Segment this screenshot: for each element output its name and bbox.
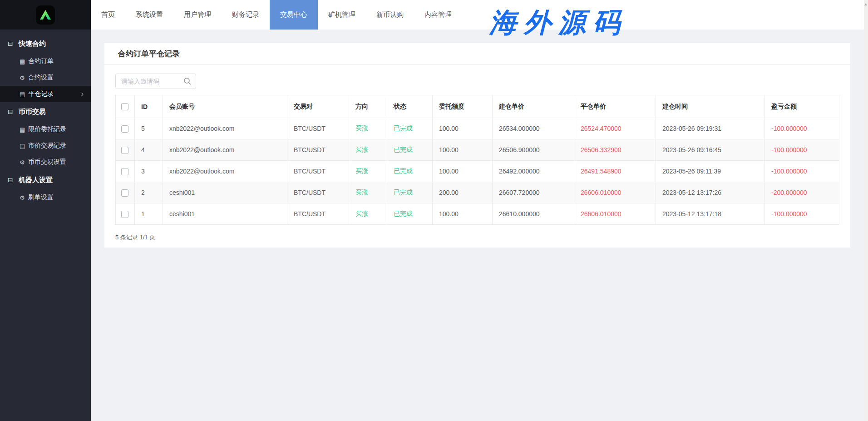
page-scrollbar[interactable] (864, 0, 868, 421)
table-row: 2 ceshi001 BTC/USDT 买涨 已完成 200.00 26607.… (116, 182, 839, 203)
nav-tab-label: 首页 (101, 10, 115, 19)
cell-id: 2 (135, 182, 163, 203)
sidebar-item-label: 合约设置 (28, 74, 54, 82)
card-body: ID会员账号交易对方向状态委托额度建仓单价平仓单价建仓时间盈亏金额 5 xnb2… (104, 74, 850, 242)
column-header: 建仓时间 (656, 95, 765, 118)
sidebar-section-coin-trade[interactable]: ⊟ 币币交易 (0, 102, 91, 121)
column-header: 方向 (349, 95, 387, 118)
sidebar-item-contract-orders[interactable]: ▤ 合约订单 › (0, 53, 91, 69)
cell-profit-loss: -100.000000 (765, 161, 839, 182)
header-checkbox-cell (116, 95, 135, 118)
nav-tab-label: 矿机管理 (328, 10, 355, 19)
collapse-icon: ⊟ (8, 40, 15, 47)
cell-id: 3 (135, 161, 163, 182)
app-logo (36, 5, 55, 25)
row-checkbox[interactable] (121, 125, 128, 133)
sidebar-item-brush-order-settings[interactable]: ⚙ 刷单设置 › (0, 189, 91, 206)
tab-user-management[interactable]: 用户管理 (173, 0, 222, 30)
cell-member-account: xnb2022@outlook.com (163, 118, 287, 139)
tab-finance-records[interactable]: 财务记录 (222, 0, 270, 30)
cell-trade-pair: BTC/USDT (287, 161, 349, 182)
tab-miner-management[interactable]: 矿机管理 (318, 0, 366, 30)
column-header: 建仓单价 (493, 95, 574, 118)
sidebar-item-icon: ⚙ (20, 159, 25, 166)
cell-open-price: 26534.000000 (493, 118, 574, 139)
sidebar-item-label: 限价委托记录 (28, 125, 66, 134)
logo-a-icon (39, 10, 52, 20)
collapse-icon: ⊟ (8, 109, 15, 115)
card-header: 合约订单平仓记录 (104, 43, 850, 65)
cell-status: 已完成 (387, 203, 433, 225)
sidebar-item-label: 平仓记录 (28, 90, 54, 98)
tab-content-management[interactable]: 内容管理 (414, 0, 462, 30)
collapse-icon: ⊟ (8, 177, 15, 183)
cell-checkbox (116, 118, 135, 139)
nav-tab-label: 财务记录 (232, 10, 259, 19)
scrollbar-up-arrow (864, 3, 867, 5)
tab-trade-center[interactable]: 交易中心 (270, 0, 318, 30)
sidebar-section-label: 机器人设置 (19, 176, 53, 184)
logo-strip (0, 0, 91, 30)
cell-profit-loss: -100.000000 (765, 203, 839, 225)
cell-entrust-amount: 100.00 (433, 118, 493, 139)
sidebar-item-label: 币币交易设置 (28, 158, 66, 166)
column-header: 盈亏金额 (765, 95, 839, 118)
column-header: 状态 (387, 95, 433, 118)
table-row: 1 ceshi001 BTC/USDT 买涨 已完成 100.00 26610.… (116, 203, 839, 225)
row-checkbox[interactable] (121, 168, 128, 175)
row-checkbox[interactable] (121, 211, 128, 218)
top-header: 首页 系统设置 用户管理 财务记录 交易中心 矿机管理 新币认购 内容管理 (91, 0, 868, 30)
cell-member-account: ceshi001 (163, 182, 287, 203)
cell-close-price: 26606.010000 (574, 203, 656, 225)
cell-id: 5 (135, 118, 163, 139)
cell-open-time: 2023-05-26 09:19:31 (656, 118, 765, 139)
sidebar-item-market-trade-records[interactable]: ▤ 市价交易记录 › (0, 138, 91, 154)
cell-open-price: 26610.000000 (493, 203, 574, 225)
cell-checkbox (116, 161, 135, 182)
page-title: 合约订单平仓记录 (118, 49, 180, 59)
sidebar-item-contract-settings[interactable]: ⚙ 合约设置 › (0, 69, 91, 86)
nav-tab-label: 系统设置 (136, 10, 163, 19)
cell-entrust-amount: 100.00 (433, 161, 493, 182)
column-header: 会员账号 (163, 95, 287, 118)
tab-home[interactable]: 首页 (91, 0, 125, 30)
records-count: 5 条记录 1/1 页 (115, 233, 839, 242)
sidebar-item-icon: ⚙ (20, 194, 25, 201)
sidebar-section-label: 币币交易 (19, 108, 46, 116)
cell-checkbox (116, 203, 135, 225)
row-checkbox[interactable] (121, 147, 128, 154)
cell-entrust-amount: 100.00 (433, 139, 493, 161)
sidebar-item-label: 刷单设置 (28, 193, 54, 202)
cell-entrust-amount: 100.00 (433, 203, 493, 225)
cell-trade-pair: BTC/USDT (287, 182, 349, 203)
cell-member-account: xnb2022@outlook.com (163, 161, 287, 182)
sidebar-item-coin-trade-settings[interactable]: ⚙ 币币交易设置 › (0, 154, 91, 170)
table-row: 3 xnb2022@outlook.com BTC/USDT 买涨 已完成 10… (116, 161, 839, 182)
sidebar-item-close-position-records[interactable]: ▤ 平仓记录 › (0, 86, 91, 102)
cell-entrust-amount: 200.00 (433, 182, 493, 203)
cell-open-price: 26506.900000 (493, 139, 574, 161)
cell-checkbox (116, 139, 135, 161)
column-header: 平仓单价 (574, 95, 656, 118)
sidebar-item-limit-order-records[interactable]: ▤ 限价委托记录 › (0, 121, 91, 138)
nav-tab-label: 新币认购 (376, 10, 404, 19)
cell-status: 已完成 (387, 139, 433, 161)
table-row: 5 xnb2022@outlook.com BTC/USDT 买涨 已完成 10… (116, 118, 839, 139)
sidebar-item-label: 合约订单 (28, 57, 54, 65)
cell-open-time: 2023-05-12 13:17:18 (656, 203, 765, 225)
search-icon[interactable] (183, 77, 192, 85)
chevron-right-icon: › (81, 90, 84, 98)
cell-member-account: xnb2022@outlook.com (163, 139, 287, 161)
row-checkbox[interactable] (121, 189, 128, 197)
sidebar-section-fast-contract[interactable]: ⊟ 快速合约 (0, 34, 91, 53)
select-all-checkbox[interactable] (121, 103, 128, 110)
column-header: ID (135, 95, 163, 118)
sidebar: ⊟ 快速合约 ▤ 合约订单 › ⚙ 合约设置 › ▤ 平仓记录 › ⊟ 币币交易… (0, 0, 91, 421)
sidebar-section-robot-settings[interactable]: ⊟ 机器人设置 (0, 170, 91, 189)
table-row: 4 xnb2022@outlook.com BTC/USDT 买涨 已完成 10… (116, 139, 839, 161)
cell-profit-loss: -200.000000 (765, 182, 839, 203)
cell-profit-loss: -100.000000 (765, 139, 839, 161)
sidebar-nav: ⊟ 快速合约 ▤ 合约订单 › ⚙ 合约设置 › ▤ 平仓记录 › ⊟ 币币交易… (0, 30, 91, 206)
tab-new-coin-subscription[interactable]: 新币认购 (366, 0, 414, 30)
tab-system-settings[interactable]: 系统设置 (125, 0, 173, 30)
